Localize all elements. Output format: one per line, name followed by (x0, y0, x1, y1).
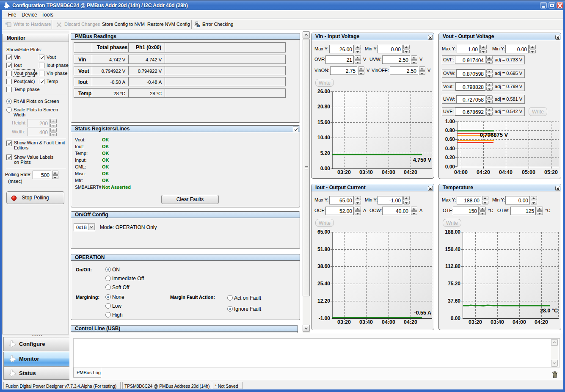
svg-text:20.80: 20.80 (317, 104, 330, 110)
svg-text:0.796875 V: 0.796875 V (480, 132, 508, 138)
svg-text:-0.55 A: -0.55 A (414, 310, 431, 316)
svg-text:03:20: 03:20 (337, 169, 351, 175)
svg-text:150.40: 150.40 (445, 246, 460, 252)
svg-text:03:20: 03:20 (337, 319, 351, 325)
svg-text:04:00: 04:00 (382, 169, 395, 175)
svg-text:0.00: 0.00 (451, 315, 461, 321)
svg-text:0.00: 0.00 (320, 166, 331, 171)
svg-text:03:40: 03:40 (359, 169, 373, 175)
svg-text:04:20: 04:20 (535, 319, 548, 325)
svg-text:0.20: 0.20 (445, 155, 455, 160)
svg-text:04:40: 04:40 (499, 169, 513, 175)
svg-text:26.00: 26.00 (317, 88, 330, 94)
svg-text:04:00: 04:00 (382, 319, 395, 325)
svg-text:75.20: 75.20 (448, 281, 460, 287)
svg-text:65.00: 65.00 (317, 229, 330, 235)
svg-text:04:00: 04:00 (454, 169, 468, 175)
svg-text:04:00: 04:00 (513, 319, 526, 325)
svg-text:4.750 V: 4.750 V (413, 157, 432, 163)
svg-text:51.80: 51.80 (317, 246, 330, 252)
svg-text:5.20: 5.20 (320, 150, 331, 156)
svg-text:03:20: 03:20 (469, 319, 482, 325)
svg-text:38.60: 38.60 (317, 263, 330, 269)
svg-text:0.00: 0.00 (445, 164, 455, 170)
svg-text:10.40: 10.40 (317, 135, 330, 141)
svg-text:15.60: 15.60 (317, 119, 330, 125)
svg-text:04:20: 04:20 (404, 319, 417, 325)
svg-text:04:20: 04:20 (404, 169, 417, 175)
svg-text:0.40: 0.40 (445, 146, 455, 152)
svg-text:12.20: 12.20 (317, 298, 330, 304)
svg-text:03:40: 03:40 (491, 319, 504, 325)
svg-text:25.40: 25.40 (317, 281, 330, 287)
svg-text:0.60: 0.60 (445, 136, 455, 142)
svg-text:0.80: 0.80 (445, 127, 455, 133)
svg-text:03:40: 03:40 (359, 319, 373, 325)
svg-text:-1.00: -1.00 (319, 315, 331, 321)
svg-text:05:20: 05:20 (544, 169, 558, 175)
svg-text:188.00: 188.00 (445, 229, 460, 235)
svg-text:1.00: 1.00 (445, 119, 455, 124)
svg-text:05:00: 05:00 (522, 169, 535, 175)
svg-text:28.0 °C: 28.0 °C (540, 308, 558, 314)
svg-text:04:20: 04:20 (477, 169, 490, 175)
svg-text:37.60: 37.60 (448, 298, 460, 304)
svg-text:112.80: 112.80 (445, 263, 460, 269)
